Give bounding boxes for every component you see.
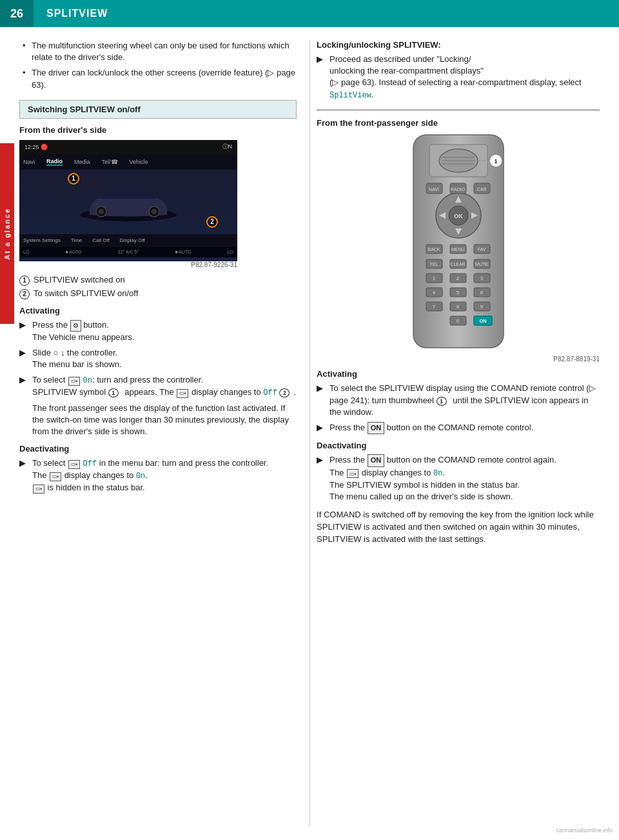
svg-text:CLEAR: CLEAR xyxy=(450,262,465,266)
remote-image-container: OK NAVI RADIO CAR BACK xyxy=(317,132,600,353)
arrow-fpd1: ▶ xyxy=(317,454,327,466)
arrow-2: ▶ xyxy=(19,347,30,359)
fp-deactivating-step-1-text: Press the ON button on the COMAND remote… xyxy=(329,454,556,503)
numbered-text-2: To switch SPLITVIEW on/off xyxy=(34,288,138,298)
fp-deactivating-label: Deactivating xyxy=(317,441,600,450)
svg-text:0: 0 xyxy=(456,318,459,324)
main-content: • The multifunction steering wheel can o… xyxy=(0,27,619,840)
deactivating-step-1-text: To select ▭▪ Off in the menu bar: turn a… xyxy=(32,457,268,494)
activating-label: Activating xyxy=(19,306,297,315)
dash-car-area: 1 2 xyxy=(19,170,237,234)
svg-text:FAV: FAV xyxy=(477,247,486,252)
split-icon-d2: ▭▪ xyxy=(50,472,61,481)
svg-text:3: 3 xyxy=(480,275,483,281)
activating-steps: ▶ Press the ⚙ button.The Vehicle menu ap… xyxy=(19,319,297,438)
svg-text:8: 8 xyxy=(456,304,459,310)
split-icon-2: ▭▪ xyxy=(177,389,188,398)
header-bar: 26 SPLITVIEW xyxy=(0,0,619,27)
vehicle-button-icon: ⚙ xyxy=(70,320,81,332)
numbered-text-1: SPLITVIEW switched on xyxy=(34,275,125,285)
arrow-spacer: ▶ xyxy=(19,403,30,414)
bullet-text-2: The driver can lock/unlock the other scr… xyxy=(32,67,297,90)
activating-note-text: The front passenger sees the display of … xyxy=(32,403,297,438)
inline-circle-2: 2 xyxy=(279,388,290,397)
fp-deactivating-steps: ▶ Press the ON button on the COMAND remo… xyxy=(317,454,600,503)
svg-point-4 xyxy=(152,209,157,214)
activating-step-1-text: Press the ⚙ button.The Vehicle menu appe… xyxy=(32,319,134,343)
watermark: carmanualsonline.info xyxy=(556,827,613,834)
bottom-time: Time xyxy=(71,237,82,243)
svg-text:OK: OK xyxy=(454,213,463,219)
locking-section: Locking/unlocking SPLITVIEW: ▶ Proceed a… xyxy=(317,40,600,101)
numbered-item-1: 1 SPLITVIEW switched on xyxy=(19,275,297,286)
arrow-3: ▶ xyxy=(19,374,30,386)
nav-media: Media xyxy=(74,159,90,165)
inline-circle-1: 1 xyxy=(108,388,119,397)
nav-radio: Radio xyxy=(46,158,63,166)
page-title: SPLITVIEW xyxy=(34,8,108,19)
inline-circle-fp1: 1 xyxy=(437,397,447,406)
locking-step-1: ▶ Proceed as described under "Locking/un… xyxy=(317,54,600,101)
activating-step-2-text: Slide ○ ↓ the controller.The menu bar is… xyxy=(32,347,122,370)
svg-text:CAR: CAR xyxy=(477,187,486,192)
remote-control-svg: OK NAVI RADIO CAR BACK xyxy=(394,132,523,351)
dash-status-bar: LO ■ AUTO 22° A/C 5° ■ AUTO LO xyxy=(19,247,237,257)
svg-text:9: 9 xyxy=(480,304,483,310)
section-divider xyxy=(317,110,600,110)
locking-steps: ▶ Proceed as described under "Locking/un… xyxy=(317,54,600,101)
svg-text:6: 6 xyxy=(480,290,483,295)
deactivating-steps: ▶ To select ▭▪ Off in the menu bar: turn… xyxy=(19,457,297,494)
activating-note: ▶ The front passenger sees the display o… xyxy=(19,403,297,438)
svg-text:MENU: MENU xyxy=(451,247,464,252)
driver-side-heading: From the driver's side xyxy=(19,125,297,135)
remote-image-caption: P82.87-8819-31 xyxy=(317,355,600,363)
dashboard-image-container: 12:25 🔴 ⓘN Navi Radio Media Tel/☎ Vehicl… xyxy=(19,140,297,268)
svg-point-2 xyxy=(99,209,104,214)
svg-text:1: 1 xyxy=(432,275,435,281)
locking-step-1-text: Proceed as described under "Locking/unlo… xyxy=(329,54,600,101)
dashboard-screen: 12:25 🔴 ⓘN Navi Radio Media Tel/☎ Vehicl… xyxy=(19,140,237,261)
intro-bullets: • The multifunction steering wheel can o… xyxy=(19,40,297,91)
svg-text:2: 2 xyxy=(456,275,459,281)
on-button-icon: ON xyxy=(368,422,385,434)
fp-deactivating-step-1: ▶ Press the ON button on the COMAND remo… xyxy=(317,454,600,503)
dash-info-icon: ⓘN xyxy=(222,143,233,151)
svg-text:BACK: BACK xyxy=(427,247,440,252)
status-lo: LO xyxy=(23,250,29,254)
fp-activating-step-1: ▶ To select the SPLITVIEW display using … xyxy=(317,383,600,418)
dash-time: 12:25 🔴 xyxy=(25,144,48,150)
bullet-item-2: • The driver can lock/unlock the other s… xyxy=(23,67,297,90)
nav-navi: Navi xyxy=(23,159,35,165)
svg-text:4: 4 xyxy=(432,290,435,295)
arrow-fp1: ▶ xyxy=(317,383,327,394)
bottom-system: System Settings xyxy=(23,237,61,243)
svg-text:ON: ON xyxy=(479,319,486,323)
arrow-1: ▶ xyxy=(19,319,30,331)
split-icon-1: ▭▪ xyxy=(68,377,80,386)
on-button-icon-2: ON xyxy=(368,454,385,466)
locking-heading: Locking/unlocking SPLITVIEW: xyxy=(317,40,600,50)
dash-bottom-bar: System Settings Time Call Off Display Of… xyxy=(19,234,237,247)
numbered-item-2: 2 To switch SPLITVIEW on/off xyxy=(19,288,297,299)
split-icon-d1: ▭▪ xyxy=(68,460,80,469)
activating-step-2: ▶ Slide ○ ↓ the controller.The menu bar … xyxy=(19,347,297,370)
bullet-text-1: The multifunction steering wheel can onl… xyxy=(32,40,297,63)
badge-1: 1 xyxy=(68,173,79,185)
svg-text:RADIO: RADIO xyxy=(450,187,465,192)
switching-section-heading: Switching SPLITVIEW on/off xyxy=(19,100,297,119)
circle-1: 1 xyxy=(19,275,30,286)
svg-text:MUTE: MUTE xyxy=(475,262,488,266)
svg-text:5: 5 xyxy=(456,290,459,295)
dash-image-caption: P82.87-9226-31 xyxy=(19,261,237,268)
bottom-calloff: Call Off xyxy=(92,237,110,243)
svg-text:NAVI: NAVI xyxy=(429,187,439,192)
arrow-lock1: ▶ xyxy=(317,54,327,65)
numbered-items: 1 SPLITVIEW switched on 2 To switch SPLI… xyxy=(19,275,297,299)
svg-text:TEL: TEL xyxy=(429,262,438,266)
deactivating-step-1: ▶ To select ▭▪ Off in the menu bar: turn… xyxy=(19,457,297,494)
bottom-displayoff: Display Off xyxy=(120,237,145,243)
nav-tel: Tel/☎ xyxy=(102,159,118,165)
fp-activating-step-2-text: Press the ON button on the COMAND remote… xyxy=(329,422,533,434)
bullet-item-1: • The multifunction steering wheel can o… xyxy=(23,40,297,63)
deactivating-label: Deactivating xyxy=(19,444,297,454)
